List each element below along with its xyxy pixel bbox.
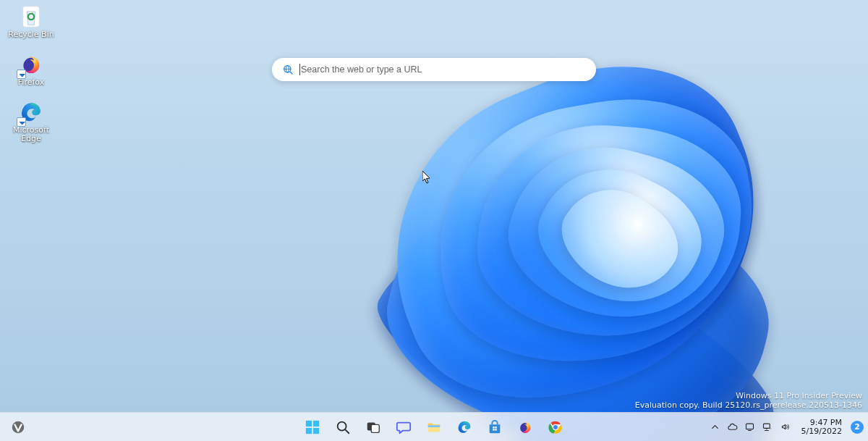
desktop-icon-label: Microsoft Edge	[5, 126, 57, 143]
svg-rect-14	[371, 424, 379, 432]
svg-rect-16	[428, 425, 441, 427]
search-icon	[335, 419, 351, 435]
store-icon	[487, 419, 503, 435]
taskbar: 9:47 PM 5/19/2022 2	[0, 412, 868, 441]
svg-line-12	[346, 429, 349, 433]
desktop-icon-firefox[interactable]: Firefox	[4, 51, 58, 88]
tray-network[interactable]	[760, 414, 775, 440]
svg-point-11	[338, 421, 346, 430]
svg-rect-9	[306, 427, 312, 433]
tray-volume[interactable]	[777, 414, 796, 440]
taskbar-edge[interactable]	[451, 414, 478, 440]
firefox-icon	[517, 419, 533, 435]
taskbar-firefox[interactable]	[511, 414, 539, 440]
start-button[interactable]	[299, 414, 326, 440]
vivaldi-icon	[10, 419, 26, 435]
windows-logo-icon	[305, 419, 320, 435]
notifications-count: 2	[854, 422, 860, 432]
clock-date: 5/19/2022	[801, 427, 842, 436]
taskbar-app-vivaldi[interactable]	[4, 414, 32, 440]
tablet-mode-icon	[744, 421, 755, 432]
taskbar-chrome[interactable]	[542, 414, 569, 440]
taskbar-search-button[interactable]	[329, 414, 357, 440]
svg-rect-10	[313, 427, 319, 433]
clock-time: 9:47 PM	[810, 419, 842, 427]
chat-icon	[396, 419, 412, 435]
text-caret	[299, 64, 300, 75]
svg-rect-7	[306, 420, 312, 426]
task-view-icon	[365, 419, 381, 435]
desktop-icon-edge[interactable]: Microsoft Edge	[4, 98, 58, 145]
svg-rect-17	[493, 427, 494, 428]
taskbar-store[interactable]	[481, 414, 509, 440]
svg-rect-19	[493, 429, 494, 430]
task-view-button[interactable]	[359, 414, 387, 440]
notifications-button[interactable]: 2	[851, 421, 864, 434]
tray-overflow-button[interactable]	[707, 414, 723, 440]
tray-onedrive[interactable]	[725, 414, 741, 440]
svg-line-5	[290, 72, 292, 74]
svg-rect-27	[764, 424, 770, 428]
file-explorer-icon	[426, 419, 442, 435]
tray-mode[interactable]	[742, 414, 758, 440]
edge-icon	[19, 100, 43, 125]
desktop-icon-recycle-bin[interactable]: Recycle Bin	[4, 3, 58, 41]
cloud-icon	[727, 421, 738, 432]
chrome-icon	[548, 419, 563, 435]
svg-rect-8	[313, 420, 319, 426]
firefox-icon	[19, 52, 43, 77]
desktop-search-input[interactable]	[301, 64, 586, 75]
build-watermark: Windows 11 Pro Insider Preview Evaluatio…	[635, 391, 862, 411]
taskbar-file-explorer[interactable]	[420, 414, 448, 440]
web-search-icon	[282, 64, 294, 75]
network-icon	[762, 421, 773, 432]
taskbar-clock[interactable]: 9:47 PM 5/19/2022	[797, 419, 846, 435]
svg-rect-18	[495, 427, 496, 428]
edge-icon	[456, 419, 472, 435]
mouse-cursor	[422, 171, 431, 184]
desktop-icons: Recycle Bin Firefox	[4, 3, 58, 145]
desktop-search-bar[interactable]	[272, 58, 596, 81]
wallpaper-bloom	[289, 43, 854, 420]
svg-rect-20	[495, 429, 496, 430]
recycle-bin-icon	[19, 4, 43, 29]
chevron-up-icon	[710, 421, 720, 432]
taskbar-chat-button[interactable]	[390, 414, 417, 440]
desktop-icon-label: Recycle Bin	[8, 30, 54, 39]
desktop-icon-label: Firefox	[18, 78, 44, 87]
volume-icon	[780, 421, 791, 432]
svg-rect-25	[746, 424, 754, 429]
